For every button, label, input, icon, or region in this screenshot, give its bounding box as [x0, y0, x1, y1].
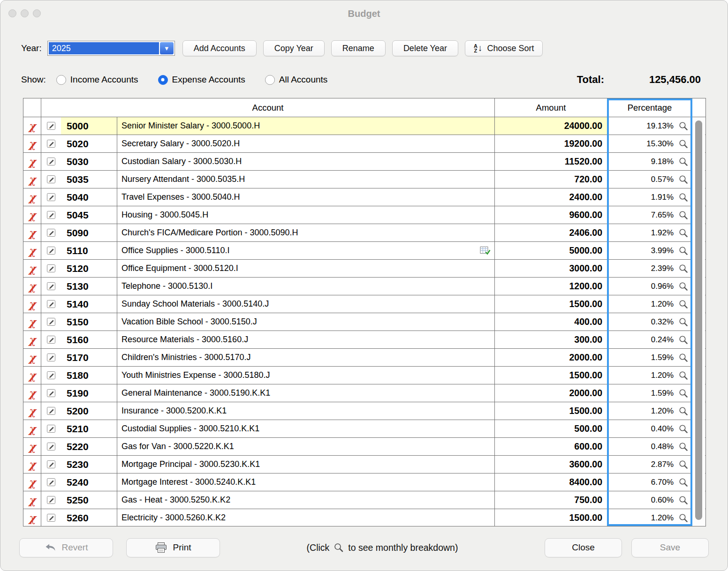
edit-row-button[interactable]: [41, 206, 61, 224]
add-accounts-button[interactable]: Add Accounts: [182, 40, 257, 56]
percentage-cell[interactable]: 2.87%: [607, 456, 692, 473]
percentage-cell[interactable]: 0.40%: [607, 420, 692, 437]
account-name[interactable]: Gas for Van - 3000.5220.K.K1: [117, 438, 495, 455]
account-number[interactable]: 5000: [61, 117, 117, 135]
percentage-cell[interactable]: 0.60%: [607, 491, 692, 509]
account-number[interactable]: 5260: [61, 509, 117, 526]
account-number[interactable]: 5030: [61, 153, 117, 170]
delete-row-button[interactable]: χ: [23, 206, 41, 224]
magnifier-button[interactable]: [678, 513, 689, 523]
magnifier-button[interactable]: [678, 317, 689, 327]
amount-cell[interactable]: 1500.00: [495, 402, 607, 420]
amount-cell[interactable]: 600.00: [495, 438, 607, 455]
scrollbar-thumb[interactable]: [695, 120, 702, 520]
account-name[interactable]: Telephone - 3000.5130.I: [117, 278, 495, 295]
edit-row-button[interactable]: [41, 349, 61, 366]
magnifier-button[interactable]: [678, 121, 689, 131]
magnifier-button[interactable]: [678, 353, 689, 363]
radio-expense-accounts[interactable]: Expense Accounts: [158, 75, 245, 85]
amount-cell[interactable]: 500.00: [495, 420, 607, 437]
account-number[interactable]: 5110: [61, 242, 117, 259]
delete-row-button[interactable]: χ: [23, 349, 41, 366]
print-button[interactable]: Print: [126, 538, 220, 557]
account-number[interactable]: 5240: [61, 473, 117, 491]
percentage-cell[interactable]: 19.13%: [607, 117, 692, 135]
header-account[interactable]: Account: [41, 98, 495, 117]
amount-cell[interactable]: 750.00: [495, 491, 607, 509]
copy-year-button[interactable]: Copy Year: [263, 40, 325, 56]
delete-row-button[interactable]: χ: [23, 438, 41, 455]
percentage-cell[interactable]: 7.65%: [607, 206, 692, 224]
percentage-cell[interactable]: 1.91%: [607, 188, 692, 206]
save-button[interactable]: Save: [631, 538, 709, 557]
account-number[interactable]: 5230: [61, 456, 117, 473]
account-name[interactable]: Vacation Bible School - 3000.5150.J: [117, 313, 495, 331]
edit-row-button[interactable]: [41, 384, 61, 402]
year-select[interactable]: 2025 ▾: [47, 41, 175, 56]
account-number[interactable]: 5120: [61, 260, 117, 277]
amount-cell[interactable]: 24000.00: [495, 117, 607, 135]
account-name[interactable]: Housing - 3000.5045.H: [117, 206, 495, 224]
account-number[interactable]: 5170: [61, 349, 117, 366]
edit-row-button[interactable]: [41, 295, 61, 313]
edit-row-button[interactable]: [41, 438, 61, 455]
amount-cell[interactable]: 2000.00: [495, 384, 607, 402]
percentage-cell[interactable]: 1.20%: [607, 509, 692, 526]
magnifier-button[interactable]: [678, 299, 689, 309]
delete-row-button[interactable]: χ: [23, 473, 41, 491]
edit-row-button[interactable]: [41, 420, 61, 437]
account-name[interactable]: Secretary Salary - 3000.5020.H: [117, 135, 495, 152]
amount-cell[interactable]: 1500.00: [495, 367, 607, 384]
edit-row-button[interactable]: [41, 171, 61, 188]
close-button[interactable]: Close: [545, 538, 622, 557]
account-name[interactable]: Mortgage Principal - 3000.5230.K.K1: [117, 456, 495, 473]
account-name[interactable]: Travel Expenses - 3000.5040.H: [117, 188, 495, 206]
amount-cell[interactable]: 9600.00: [495, 206, 607, 224]
magnifier-button[interactable]: [678, 335, 689, 345]
account-name[interactable]: Sunday School Materials - 3000.5140.J: [117, 295, 495, 313]
account-number[interactable]: 5220: [61, 438, 117, 455]
edit-row-button[interactable]: [41, 224, 61, 241]
magnifier-button[interactable]: [678, 388, 689, 398]
delete-row-button[interactable]: χ: [23, 313, 41, 331]
account-name[interactable]: Mortgage Interest - 3000.5240.K.K1: [117, 473, 495, 491]
amount-cell[interactable]: 2000.00: [495, 349, 607, 366]
account-number[interactable]: 5190: [61, 384, 117, 402]
magnifier-button[interactable]: [678, 192, 689, 203]
delete-year-button[interactable]: Delete Year: [392, 40, 458, 56]
delete-row-button[interactable]: χ: [23, 384, 41, 402]
percentage-cell[interactable]: 1.20%: [607, 367, 692, 384]
amount-cell[interactable]: 2406.00: [495, 224, 607, 241]
delete-row-button[interactable]: χ: [23, 509, 41, 526]
account-name[interactable]: Youth Ministries Expense - 3000.5180.J: [117, 367, 495, 384]
account-number[interactable]: 5150: [61, 313, 117, 331]
amount-cell[interactable]: 3000.00: [495, 260, 607, 277]
delete-row-button[interactable]: χ: [23, 456, 41, 473]
magnifier-button[interactable]: [678, 424, 689, 434]
account-name[interactable]: Custodial Supplies - 3000.5210.K.K1: [117, 420, 495, 437]
delete-row-button[interactable]: χ: [23, 331, 41, 348]
account-name[interactable]: Children's Ministries - 3000.5170.J: [117, 349, 495, 366]
magnifier-button[interactable]: [678, 246, 689, 256]
amount-cell[interactable]: 1500.00: [495, 295, 607, 313]
account-number[interactable]: 5180: [61, 367, 117, 384]
header-amount[interactable]: Amount: [495, 98, 607, 117]
delete-row-button[interactable]: χ: [23, 278, 41, 295]
edit-row-button[interactable]: [41, 135, 61, 152]
delete-row-button[interactable]: χ: [23, 117, 41, 135]
magnifier-button[interactable]: [678, 263, 689, 274]
magnifier-button[interactable]: [678, 139, 689, 149]
magnifier-button[interactable]: [678, 174, 689, 185]
account-number[interactable]: 5090: [61, 224, 117, 241]
percentage-cell[interactable]: 1.92%: [607, 224, 692, 241]
amount-cell[interactable]: 720.00: [495, 171, 607, 188]
minimize-window-button[interactable]: [21, 9, 29, 17]
magnifier-button[interactable]: [678, 370, 689, 381]
amount-cell[interactable]: 5000.00: [495, 242, 607, 259]
percentage-cell[interactable]: 0.48%: [607, 438, 692, 455]
magnifier-button[interactable]: [678, 459, 689, 470]
delete-row-button[interactable]: χ: [23, 260, 41, 277]
scrollbar-track[interactable]: [692, 118, 705, 526]
amount-cell[interactable]: 2400.00: [495, 188, 607, 206]
account-number[interactable]: 5130: [61, 278, 117, 295]
